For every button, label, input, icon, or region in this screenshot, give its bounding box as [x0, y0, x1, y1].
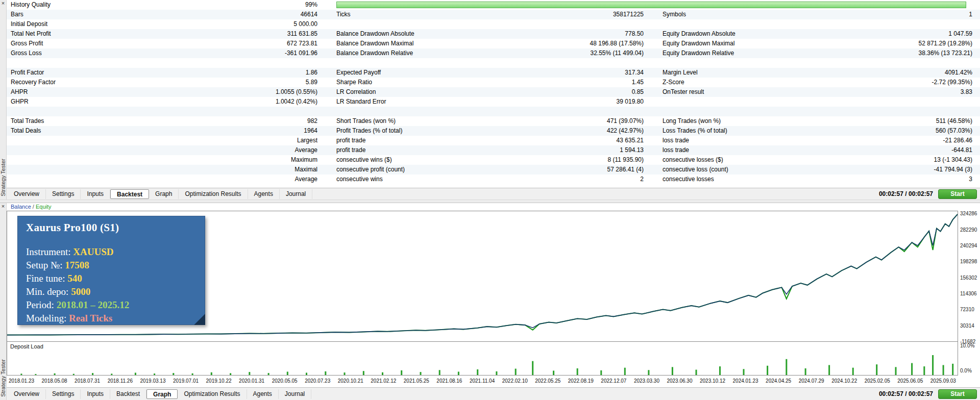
y-axis-label: 240294 — [960, 243, 977, 248]
table-row[interactable]: Total Deals1964Profit Trades (% of total… — [7, 126, 980, 136]
column-gap — [644, 116, 663, 126]
stat-label — [663, 97, 831, 107]
table-row[interactable]: Averageprofit trade1 594.13loss trade-64… — [7, 145, 980, 155]
legend-separator: / — [31, 204, 36, 210]
tab-journal[interactable]: Journal — [279, 389, 311, 399]
table-row[interactable] — [7, 58, 980, 68]
deposit-load-bar — [719, 366, 721, 375]
ea-info-value: 17508 — [65, 260, 89, 270]
stat-label — [336, 107, 505, 116]
stat-value: 32.55% (11 499.04) — [505, 48, 644, 58]
tab-settings[interactable]: Settings — [46, 389, 81, 399]
ea-info-value: Real Ticks — [69, 313, 112, 323]
tab-agents[interactable]: Agents — [248, 189, 280, 199]
deposit-load-bar — [268, 373, 270, 375]
deposit-load-svg — [7, 342, 958, 375]
stat-label — [663, 107, 831, 116]
column-gap — [317, 78, 336, 87]
y-axis-label: 30314 — [960, 323, 974, 329]
column-gap — [317, 107, 336, 116]
deposit-load-bar — [192, 373, 193, 375]
deposit-load-bar — [496, 371, 497, 375]
column-gap — [317, 155, 336, 165]
tab-agents[interactable]: Agents — [247, 389, 279, 399]
stat-label: Balance Drawdown Maximal — [336, 39, 505, 48]
deposit-load-bar — [363, 371, 364, 375]
table-row[interactable]: AHPR1.0055 (0.55%)LR Correlation0.85OnTe… — [7, 87, 980, 97]
table-row[interactable]: Maximalconsecutive profit (count)57 286.… — [7, 165, 980, 174]
ea-info-line: Instrument: XAUUSD — [26, 245, 205, 259]
ea-info-value: 540 — [67, 273, 82, 284]
column-gap — [644, 87, 663, 97]
table-row[interactable]: Largestprofit trade43 635.21loss trade-2… — [7, 136, 980, 145]
stat-value: 13 (-1 304.43) — [831, 155, 972, 165]
deposit-load-bar — [230, 373, 231, 375]
stat-label: LR Standard Error — [336, 97, 505, 107]
stat-value — [172, 58, 317, 68]
stat-value: -361 091.96 — [172, 48, 317, 58]
tab-optimization-results[interactable]: Optimization Results — [178, 389, 247, 399]
deposit-load-bar — [111, 373, 112, 375]
ea-info-lines: Instrument: XAUUSDSetup №: 17508Fine tun… — [26, 245, 205, 325]
deposit-load-bar — [325, 371, 326, 375]
x-axis-date-label: 2020.01.31 — [239, 378, 264, 387]
stat-value: 1 — [831, 10, 972, 19]
deposit-load-bar — [911, 363, 913, 375]
column-gap — [644, 29, 663, 39]
table-row[interactable]: Bars46614Ticks358171225Symbols1 — [7, 10, 980, 19]
deposit-load-bar — [477, 369, 478, 375]
deposit-load-bar — [532, 361, 533, 375]
table-row[interactable]: Recovery Factor5.89Sharpe Ratio1.45Z-Sco… — [7, 78, 980, 87]
column-gap — [317, 39, 336, 48]
stat-label — [7, 145, 172, 155]
graph-panel: × Strategy Tester Balance / Equity Xauru… — [0, 203, 980, 400]
stat-value: 52 871.29 (19.28%) — [831, 39, 972, 48]
tab-inputs[interactable]: Inputs — [81, 189, 110, 199]
x-axis-date-label: 2022.02.10 — [502, 378, 528, 387]
strategy-tester-vertical-label: Strategy Tester — [0, 159, 7, 196]
deposit-load-bar — [515, 369, 517, 375]
deposit-load-bar — [54, 373, 56, 375]
x-axis-date-label: 2025.06.05 — [897, 378, 923, 387]
tab-backtest[interactable]: Backtest — [110, 389, 146, 399]
table-row[interactable]: Averageconsecutive wins2consecutive loss… — [7, 174, 980, 184]
table-row[interactable]: Profit Factor1.86Expected Payoff317.34Ma… — [7, 68, 980, 78]
table-row[interactable]: Gross Profit672 723.81Balance Drawdown M… — [7, 39, 980, 48]
table-row[interactable]: Maximumconsecutive wins ($)8 (11 935.90)… — [7, 155, 980, 165]
deposit-load-label: Deposit Load — [10, 343, 45, 349]
tab-graph[interactable]: Graph — [146, 389, 178, 399]
start-button[interactable]: Start — [938, 189, 977, 199]
tab-optimization-results[interactable]: Optimization Results — [179, 189, 248, 199]
tab-journal[interactable]: Journal — [280, 189, 312, 199]
close-icon[interactable]: × — [0, 203, 6, 210]
deposit-load-bar — [943, 365, 944, 376]
stat-value: -41 794.94 (3) — [831, 165, 972, 174]
column-gap — [644, 48, 663, 58]
tab-settings[interactable]: Settings — [46, 189, 81, 199]
panel-splitter[interactable] — [0, 199, 980, 203]
stat-value: 39 019.80 — [505, 97, 644, 107]
tab-inputs[interactable]: Inputs — [81, 389, 110, 399]
table-row[interactable]: Total Trades982Short Trades (won %)471 (… — [7, 116, 980, 126]
table-row[interactable]: Initial Deposit5 000.00 — [7, 19, 980, 29]
table-row[interactable]: Total Net Profit311 631.85Balance Drawdo… — [7, 29, 980, 39]
tab-backtest[interactable]: Backtest — [110, 189, 149, 199]
table-row[interactable]: Gross Loss-361 091.96Balance Drawdown Re… — [7, 48, 980, 58]
deposit-load-bar — [344, 372, 346, 375]
stat-label: Loss Trades (% of total) — [663, 126, 831, 136]
x-axis-date-label: 2021.05.25 — [404, 378, 429, 387]
stat-label — [7, 155, 172, 165]
tab-graph[interactable]: Graph — [149, 189, 179, 199]
start-button[interactable]: Start — [938, 389, 977, 399]
balance-equity-chart[interactable]: Xaurus Pro100 (S1) Instrument: XAUUSDSet… — [7, 211, 958, 342]
table-row[interactable]: History Quality99% — [7, 0, 980, 10]
table-row[interactable] — [7, 107, 980, 116]
deposit-load-bar — [306, 373, 307, 376]
close-icon[interactable]: × — [0, 0, 6, 7]
tab-overview[interactable]: Overview — [8, 389, 46, 399]
tab-overview[interactable]: Overview — [8, 189, 46, 199]
stat-value: 672 723.81 — [172, 39, 317, 48]
stat-label: Profit Trades (% of total) — [336, 126, 505, 136]
table-row[interactable]: GHPR1.0042 (0.42%)LR Standard Error39 01… — [7, 97, 980, 107]
ea-info-label: Modeling: — [26, 313, 69, 323]
